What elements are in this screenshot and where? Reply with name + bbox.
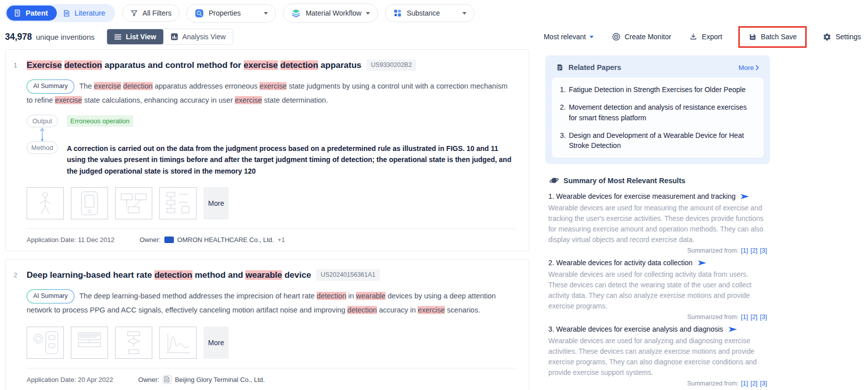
patent-tab[interactable]: Patent	[7, 6, 57, 21]
ref-link-3[interactable]: [3]	[760, 314, 767, 321]
patent-title[interactable]: Exercise detection apparatus and control…	[27, 60, 516, 72]
ref-link-1[interactable]: [1]	[741, 247, 748, 254]
patent-tab-label: Patent	[26, 9, 48, 17]
export-label: Export	[702, 33, 722, 41]
summary-item-heading[interactable]: 3. Wearable devices for exercise analysi…	[548, 325, 767, 333]
summary-heading-text: 3. Wearable devices for exercise analysi…	[548, 325, 723, 333]
save-icon	[748, 33, 757, 41]
ref-link-2[interactable]: [2]	[750, 247, 757, 254]
ai-summary-pill: AI Summary	[27, 80, 74, 94]
settings-button[interactable]: Settings	[823, 33, 861, 41]
ref-link-3[interactable]: [3]	[760, 247, 767, 254]
ref-link-2[interactable]: [2]	[750, 380, 757, 387]
output-pill: Output	[27, 115, 58, 127]
more-figures-button[interactable]: More	[204, 187, 229, 219]
substance-dropdown[interactable]: Substance	[385, 4, 474, 22]
batch-save-highlight-box: Batch Save	[738, 26, 807, 48]
related-paper-item-1[interactable]: 1. Fatigue Detection in Strength Exercis…	[560, 85, 755, 95]
expand-arrow-icon	[740, 193, 750, 200]
summary-refs: Summarized from:[1][2][3]	[548, 247, 767, 254]
create-monitor-button[interactable]: Create Monitor	[612, 32, 671, 41]
settings-label: Settings	[835, 33, 861, 41]
more-figures-button[interactable]: More	[204, 327, 229, 359]
chevron-down-icon	[366, 12, 370, 15]
properties-icon	[195, 9, 204, 18]
method-text: A correction is carried out on the data …	[67, 141, 516, 177]
ref-link-1[interactable]: [1]	[741, 380, 748, 387]
related-paper-item-3[interactable]: 3. Design and Development of a Wearable …	[560, 130, 755, 151]
figure-thumbnail-2[interactable]	[71, 327, 108, 359]
figure-thumbnail-1[interactable]	[27, 187, 64, 219]
figure-thumbnail-3[interactable]	[115, 187, 152, 219]
related-papers-more-link[interactable]: More	[738, 64, 759, 71]
result-count: 34,978	[5, 32, 32, 42]
right-sidebar: Related Papers More 1. Fatigue Detection…	[545, 55, 770, 390]
summary-section-header: Summary of Most Relevant Results	[549, 176, 766, 185]
ai-summary-paragraph: AI SummaryThe deep learning-based method…	[27, 290, 512, 317]
layers-icon	[291, 8, 301, 18]
owner-doc-icon	[163, 375, 171, 384]
application-date-value: 11 Dec 2012	[78, 236, 115, 244]
patent-doc-icon	[14, 9, 22, 17]
application-date-label: Application Date:	[27, 376, 76, 383]
chevron-down-icon	[264, 12, 268, 15]
figure-thumbnail-4[interactable]	[159, 327, 197, 359]
related-papers-title: Related Papers	[568, 63, 621, 71]
material-workflow-label: Material Workflow	[306, 9, 361, 17]
figure-thumbnail-3[interactable]	[115, 327, 152, 359]
ref-link-2[interactable]: [2]	[750, 314, 757, 321]
properties-dropdown[interactable]: Properties	[186, 4, 276, 23]
substance-grid-icon	[393, 9, 402, 18]
ai-summary-text: The deep learning-based method addresses…	[27, 292, 496, 314]
chevron-down-icon	[590, 36, 594, 38]
summary-heading-text: 1. Wearable devices for exercise measure…	[548, 192, 735, 200]
ref-link-3[interactable]: [3]	[760, 380, 767, 387]
summary-item-3: 3. Wearable devices for exercise analysi…	[545, 325, 770, 387]
material-workflow-dropdown[interactable]: Material Workflow	[283, 4, 378, 23]
results-bar: 34,978 unique inventions List View Analy…	[0, 26, 868, 48]
related-paper-item-2[interactable]: 2. Movement detection and analysis of re…	[560, 102, 755, 123]
owner-extra-count[interactable]: +1	[277, 236, 285, 244]
all-filters-button[interactable]: All Filters	[122, 5, 180, 22]
view-toggle: List View Analysis View	[107, 29, 233, 45]
patent-title[interactable]: Deep learning-based heart rate detection…	[27, 270, 516, 282]
summary-section-title: Summary of Most Relevant Results	[563, 177, 686, 185]
result-card-1: 1 Exercise detection apparatus and contr…	[5, 49, 529, 251]
results-bar-actions: Most relevant Create Monitor Export Batc…	[544, 32, 861, 41]
summary-item-body: Wearable devices are used for analyzing …	[548, 336, 767, 378]
analysis-view-button[interactable]: Analysis View	[163, 29, 233, 44]
result-index: 1	[14, 60, 27, 244]
figure-thumbnail-4[interactable]	[159, 187, 197, 219]
output-method-connector	[27, 127, 516, 141]
paper-number: 2.	[560, 102, 566, 123]
figure-strip: More	[27, 327, 516, 359]
monitor-target-icon	[612, 32, 621, 41]
list-view-label: List View	[126, 33, 156, 41]
chevron-down-icon	[462, 12, 466, 15]
ref-link-1[interactable]: [1]	[741, 314, 748, 321]
summary-refs: Summarized from:[1][2][3]	[548, 314, 767, 321]
result-list: 1 Exercise detection apparatus and contr…	[5, 49, 529, 390]
bar-chart-icon	[170, 33, 178, 41]
output-value: Erroneous operation	[67, 115, 133, 127]
sort-dropdown[interactable]: Most relevant	[544, 33, 594, 41]
export-button[interactable]: Export	[689, 33, 722, 41]
summary-refs: Summarized from:[1][2][3]	[548, 380, 767, 387]
result-index: 2	[14, 270, 27, 384]
batch-save-button[interactable]: Batch Save	[748, 33, 797, 41]
result-card-2: 2 Deep learning-based heart rate detecti…	[5, 259, 529, 390]
summary-item-heading[interactable]: 2. Wearable devices for activity data co…	[548, 259, 767, 267]
top-toolbar: Patent Literature All Filters Properties…	[0, 0, 868, 26]
related-papers-icon	[556, 63, 564, 71]
figure-thumbnail-2[interactable]	[71, 187, 108, 219]
literature-tab[interactable]: Literature	[57, 6, 113, 21]
figure-thumbnail-1[interactable]	[27, 327, 64, 359]
sort-label: Most relevant	[544, 33, 586, 41]
summary-item-heading[interactable]: 1. Wearable devices for exercise measure…	[548, 192, 767, 200]
summarized-from-label: Summarized from:	[687, 247, 738, 254]
list-view-button[interactable]: List View	[107, 29, 163, 44]
paper-title: Design and Development of a Wearable Dev…	[569, 130, 755, 151]
owner-name[interactable]: OMRON HEALTHCARE Co., Ltd.	[177, 236, 274, 244]
owner-name[interactable]: Beijing Glory Terminal Co., Ltd.	[175, 376, 265, 383]
application-date-label: Application Date:	[27, 236, 76, 244]
